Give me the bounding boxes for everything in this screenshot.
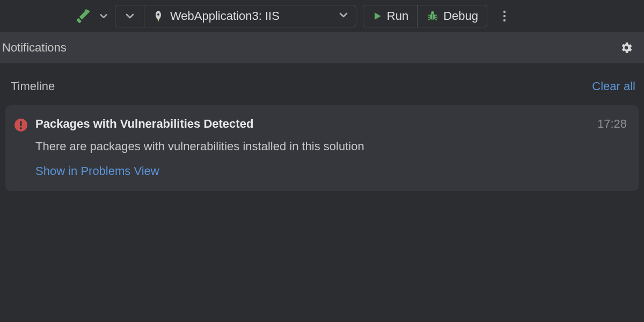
play-icon: [372, 11, 383, 21]
notifications-panel-header: Notifications: [0, 32, 644, 63]
svg-point-14: [625, 46, 628, 50]
svg-point-13: [503, 19, 506, 21]
svg-line-5: [428, 15, 430, 16]
timeline-label: Timeline: [11, 79, 55, 93]
svg-rect-0: [76, 18, 82, 23]
error-icon: [14, 118, 28, 132]
debug-label: Debug: [443, 9, 478, 23]
run-config-history-dropdown[interactable]: [115, 5, 144, 27]
build-hammer-icon[interactable]: [75, 7, 93, 25]
svg-line-9: [428, 19, 430, 20]
svg-point-1: [157, 13, 159, 16]
timeline-header: Timeline Clear all: [0, 63, 644, 103]
run-button[interactable]: Run: [363, 5, 418, 27]
toolbar-left: [75, 6, 112, 26]
settings-button[interactable]: [617, 39, 635, 57]
debug-button[interactable]: Debug: [418, 5, 487, 27]
svg-line-6: [435, 15, 437, 16]
run-debug-group: Run Debug: [363, 5, 487, 27]
notification-title: Packages with Vulnerabilities Detected: [35, 117, 253, 131]
svg-point-12: [503, 15, 506, 17]
svg-line-10: [435, 19, 437, 20]
rocket-icon: [152, 10, 165, 23]
bug-icon: [426, 10, 439, 23]
notification-content: Packages with Vulnerabilities Detected 1…: [35, 117, 627, 178]
run-config-label: WebApplication3: IIS: [170, 9, 280, 23]
build-dropdown-icon[interactable]: [96, 6, 112, 26]
show-in-problems-link[interactable]: Show in Problems View: [35, 164, 159, 178]
notification-card[interactable]: Packages with Vulnerabilities Detected 1…: [5, 105, 639, 191]
run-config-current[interactable]: WebApplication3: IIS: [144, 5, 356, 27]
run-label: Run: [387, 9, 408, 23]
clear-all-link[interactable]: Clear all: [592, 79, 635, 93]
svg-point-11: [503, 11, 506, 13]
chevron-down-icon: [339, 10, 348, 22]
panel-title: Notifications: [2, 41, 67, 55]
more-actions-button[interactable]: [494, 5, 515, 27]
main-toolbar: WebApplication3: IIS Run: [0, 0, 644, 32]
svg-rect-16: [20, 121, 21, 126]
notification-time: 17:28: [597, 117, 627, 131]
svg-point-17: [20, 127, 22, 129]
notification-body: There are packages with vulnerabilities …: [35, 140, 627, 153]
run-configuration-selector[interactable]: WebApplication3: IIS: [115, 5, 356, 27]
